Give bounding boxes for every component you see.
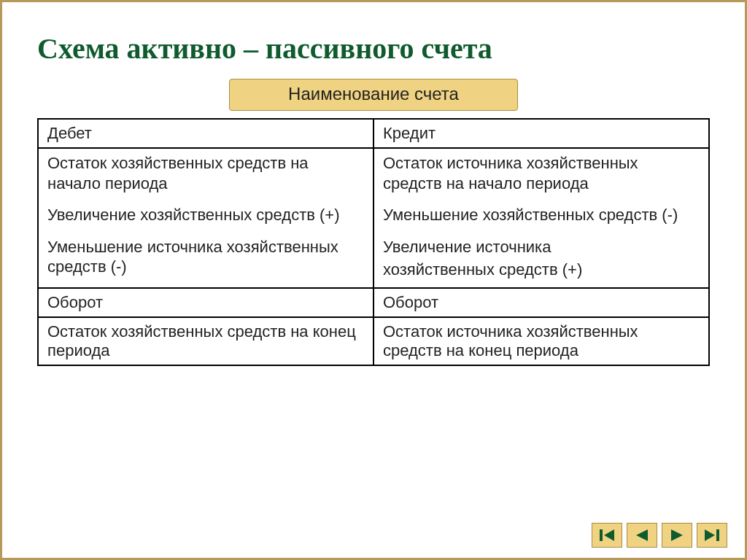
credit-opening-balance: Остаток источника хозяйственных средств … <box>383 153 700 193</box>
first-icon <box>598 528 616 542</box>
table-body-row: Остаток хозяйственных средств на начало … <box>38 148 709 288</box>
nav-first-button[interactable] <box>592 523 622 548</box>
header-debit: Дебет <box>38 119 374 148</box>
debit-opening-balance: Остаток хозяйственных средств на начало … <box>47 153 364 193</box>
end-debit: Остаток хозяйственных средств на конец п… <box>38 317 374 365</box>
account-table: Дебет Кредит Остаток хозяйственных средс… <box>37 118 710 366</box>
nav-prev-button[interactable] <box>627 523 657 548</box>
slide-frame: Схема активно – пассивного счета Наимено… <box>0 0 747 560</box>
credit-decrease: Уменьшение хозяйственных средств (-) <box>383 205 700 225</box>
last-icon <box>703 528 721 542</box>
account-name-badge: Наименование счета <box>229 79 518 111</box>
next-icon <box>668 528 686 542</box>
nav-next-button[interactable] <box>662 523 692 548</box>
body-debit-cell: Остаток хозяйственных средств на начало … <box>38 148 374 288</box>
svg-rect-5 <box>716 529 719 541</box>
table-header-row: Дебет Кредит <box>38 119 709 148</box>
slide-nav <box>592 523 727 548</box>
end-credit: Остаток источника хозяйственных средств … <box>374 317 709 365</box>
prev-icon <box>633 528 651 542</box>
debit-source-decrease: Уменьшение источника хозяйственных средс… <box>47 237 364 277</box>
credit-source-increase-b: хозяйственных средств (+) <box>383 260 700 280</box>
turnover-credit: Оборот <box>374 288 709 317</box>
body-credit-cell: Остаток источника хозяйственных средств … <box>374 148 709 288</box>
slide-title: Схема активно – пассивного счета <box>37 31 710 66</box>
header-credit: Кредит <box>374 119 709 148</box>
nav-last-button[interactable] <box>697 523 727 548</box>
turnover-debit: Оборот <box>38 288 374 317</box>
svg-rect-0 <box>600 529 603 541</box>
credit-source-increase-a: Увеличение источника <box>383 237 700 257</box>
table-end-row: Остаток хозяйственных средств на конец п… <box>38 317 709 365</box>
svg-marker-3 <box>671 529 683 541</box>
debit-increase: Увеличение хозяйственных средств (+) <box>47 205 364 225</box>
table-turnover-row: Оборот Оборот <box>38 288 709 317</box>
svg-marker-4 <box>705 529 715 541</box>
svg-marker-2 <box>636 529 648 541</box>
svg-marker-1 <box>604 529 614 541</box>
